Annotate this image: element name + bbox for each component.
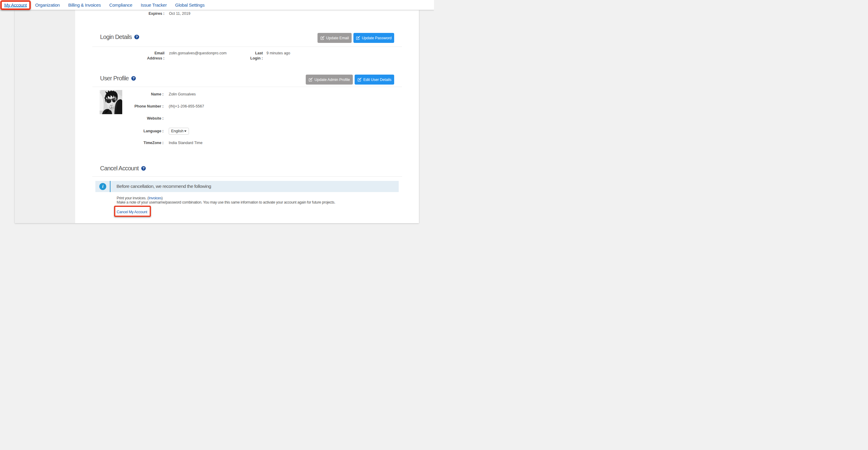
- tip-note-credentials: Make a note of your username/password co…: [117, 200, 335, 205]
- settings-card: Expires : Oct 11, 2019 Login Details? Up…: [15, 10, 419, 223]
- nav-tab-billing-invoices[interactable]: Billing & Invoices: [64, 0, 105, 10]
- help-icon[interactable]: ?: [141, 166, 146, 171]
- help-icon[interactable]: ?: [134, 35, 139, 39]
- phone-number-value: (IN)+1-206-855-5567: [169, 104, 204, 109]
- sidebar-panel: [15, 10, 75, 223]
- email-address-value: zolin.gonsalves@questionpro.com: [169, 51, 245, 56]
- edit-icon: [308, 78, 313, 82]
- login-details-row: Email Address : zolin.gonsalves@question…: [92, 51, 290, 61]
- timezone-value: India Standard Time: [169, 141, 203, 145]
- section-title-cancel-account: Cancel Account?: [100, 165, 146, 172]
- profile-name-row: Name : Zolin Gonsalves: [92, 91, 196, 97]
- section-title-user-profile: User Profile?: [100, 75, 136, 82]
- info-divider: [110, 181, 111, 192]
- language-select[interactable]: English: [169, 128, 189, 135]
- info-box-title: Before cancellation, we recommend the fo…: [117, 181, 211, 192]
- license-expires-row: Expires : Oct 11, 2019: [92, 11, 245, 16]
- help-icon[interactable]: ?: [131, 76, 136, 81]
- profile-language-row: Language : English: [92, 128, 189, 135]
- profile-buttons-row: Update Admin Profile Edit User Details: [306, 74, 394, 85]
- section-title-login-details: Login Details?: [100, 33, 139, 41]
- name-value: Zolin Gonsalves: [169, 92, 196, 96]
- divider: [92, 47, 402, 47]
- name-label: Name :: [92, 92, 163, 96]
- divider: [92, 87, 402, 87]
- timezone-label: TimeZone :: [92, 141, 163, 145]
- update-email-button[interactable]: Update Email: [317, 33, 351, 43]
- email-address-label: Email Address :: [146, 51, 164, 61]
- expires-label: Expires :: [149, 11, 164, 16]
- nav-tab-label: Global Settings: [175, 2, 204, 7]
- cancellation-tips: Print your invoices. (Invoices) Make a n…: [117, 196, 335, 205]
- last-login-label: Last Login :: [248, 51, 263, 61]
- cancellation-info-box: i Before cancellation, we recommend the …: [95, 181, 399, 192]
- nav-tab-compliance[interactable]: Compliance: [105, 0, 136, 10]
- edit-icon: [320, 36, 324, 40]
- invoices-link[interactable]: Invoices: [149, 196, 161, 200]
- main-content: Expires : Oct 11, 2019 Login Details? Up…: [75, 10, 419, 223]
- top-navigation: My Account Organization Billing & Invoic…: [0, 0, 434, 10]
- nav-tab-my-account[interactable]: My Account: [0, 0, 31, 10]
- update-admin-profile-button[interactable]: Update Admin Profile: [306, 74, 353, 85]
- nav-tab-issue-tracker[interactable]: Issue Tracker: [136, 0, 171, 10]
- nav-tab-label: Compliance: [109, 2, 132, 7]
- chevron-down-icon: [184, 130, 187, 132]
- profile-phone-row: Phone Number : (IN)+1-206-855-5567: [92, 103, 204, 110]
- nav-tab-label: Organization: [35, 2, 60, 7]
- profile-website-row: Website :: [92, 115, 169, 122]
- website-label: Website :: [92, 116, 163, 120]
- edit-icon: [356, 36, 360, 40]
- nav-tab-organization[interactable]: Organization: [31, 0, 64, 10]
- nav-tab-label: Billing & Invoices: [68, 2, 101, 7]
- divider: [92, 176, 402, 177]
- last-login-value: 9 minutes ago: [267, 51, 290, 56]
- login-buttons-row: Update Email Update Password: [317, 33, 394, 43]
- phone-number-label: Phone Number :: [92, 104, 163, 109]
- nav-tab-label: Issue Tracker: [141, 2, 166, 7]
- expires-value: Oct 11, 2019: [169, 11, 245, 16]
- tip-print-invoices: Print your invoices. (Invoices): [117, 196, 335, 201]
- nav-tab-label: My Account: [4, 2, 27, 7]
- profile-timezone-row: TimeZone : India Standard Time: [92, 139, 203, 146]
- edit-user-details-button[interactable]: Edit User Details: [354, 74, 394, 85]
- edit-icon: [357, 78, 362, 82]
- cancel-my-account-link[interactable]: Cancel My Account: [117, 210, 147, 214]
- info-icon: i: [99, 183, 106, 190]
- nav-tab-global-settings[interactable]: Global Settings: [171, 0, 209, 10]
- update-password-button[interactable]: Update Password: [353, 33, 394, 43]
- language-label: Language :: [92, 129, 163, 133]
